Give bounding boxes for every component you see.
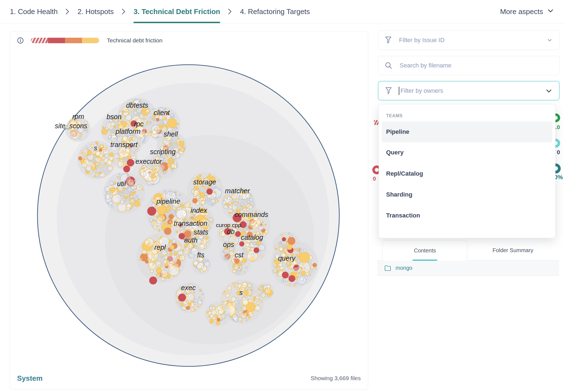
file-bubble[interactable]: [295, 283, 297, 284]
file-bubble[interactable]: [276, 266, 278, 268]
file-bubble[interactable]: [130, 189, 132, 191]
file-bubble[interactable]: [71, 135, 73, 137]
issue-id-filter[interactable]: [378, 30, 560, 50]
file-bubble[interactable]: [233, 270, 236, 273]
chevron-down-icon[interactable]: [545, 87, 552, 94]
file-bubble[interactable]: [130, 207, 131, 208]
file-bubble[interactable]: [114, 126, 116, 128]
file-bubble[interactable]: [199, 175, 201, 177]
cluster-label[interactable]: rpc: [134, 120, 144, 128]
file-bubble[interactable]: [199, 297, 200, 298]
breadcrumb-item-refactoring-targets[interactable]: 4. Refactoring Targets: [240, 7, 310, 16]
file-bubble[interactable]: [214, 192, 215, 193]
file-bubble[interactable]: [128, 156, 131, 159]
file-bubble[interactable]: [200, 290, 202, 292]
file-bubble[interactable]: [99, 148, 102, 151]
file-bubble[interactable]: [242, 300, 248, 306]
cluster-label[interactable]: stats: [194, 228, 208, 236]
file-bubble[interactable]: [156, 137, 158, 138]
file-bubble[interactable]: [242, 258, 247, 263]
file-bubble[interactable]: [143, 167, 145, 169]
file-bubble[interactable]: [142, 132, 145, 135]
file-bubble[interactable]: [164, 160, 166, 162]
file-bubble[interactable]: [225, 197, 227, 199]
file-bubble[interactable]: [150, 270, 153, 273]
file-bubble[interactable]: [281, 235, 282, 236]
file-bubble[interactable]: [121, 111, 124, 113]
file-bubble[interactable]: [165, 138, 167, 140]
file-bubble[interactable]: [254, 299, 255, 301]
file-bubble[interactable]: [105, 163, 106, 165]
file-bubble[interactable]: [211, 310, 216, 315]
breadcrumb-item-technical-debt-friction[interactable]: 3. Technical Debt Friction: [134, 7, 220, 16]
file-bubble[interactable]: [171, 160, 172, 162]
file-bubble[interactable]: [147, 122, 148, 124]
file-bubble[interactable]: [151, 174, 156, 179]
file-bubble[interactable]: [237, 268, 240, 271]
file-bubble[interactable]: [215, 186, 216, 188]
file-bubble[interactable]: [242, 282, 247, 288]
file-bubble[interactable]: [136, 195, 138, 197]
file-bubble[interactable]: [182, 249, 184, 251]
file-bubble[interactable]: [126, 207, 130, 210]
issue-id-filter-input[interactable]: [399, 37, 547, 44]
file-bubble[interactable]: [155, 168, 157, 170]
cluster-label[interactable]: ops: [223, 241, 234, 248]
hotspot-dot[interactable]: [254, 247, 259, 253]
file-bubble[interactable]: [173, 275, 175, 277]
file-bubble[interactable]: [259, 295, 260, 296]
file-bubble[interactable]: [127, 175, 128, 177]
file-bubble[interactable]: [200, 193, 205, 197]
file-bubble[interactable]: [155, 236, 158, 238]
file-bubble[interactable]: [139, 114, 144, 119]
file-bubble[interactable]: [238, 301, 240, 303]
file-bubble[interactable]: [105, 150, 106, 151]
file-bubble[interactable]: [98, 156, 99, 158]
file-bubble[interactable]: [261, 290, 262, 292]
file-bubble[interactable]: [96, 151, 100, 156]
file-bubble[interactable]: [150, 218, 153, 222]
file-bubble[interactable]: [142, 166, 143, 167]
file-bubble[interactable]: [111, 205, 113, 207]
file-bubble[interactable]: [109, 129, 110, 130]
file-bubble[interactable]: [289, 284, 291, 286]
cluster-circle[interactable]: [103, 172, 145, 214]
file-bubble[interactable]: [86, 130, 88, 132]
file-bubble[interactable]: [145, 114, 147, 116]
file-bubble[interactable]: [185, 247, 186, 248]
file-bubble[interactable]: [158, 195, 161, 197]
file-bubble[interactable]: [159, 125, 162, 128]
cluster-label[interactable]: catalog: [241, 233, 263, 241]
file-bubble[interactable]: [78, 157, 82, 160]
file-bubble[interactable]: [231, 202, 234, 204]
file-bubble[interactable]: [93, 168, 96, 170]
file-bubble[interactable]: [275, 248, 277, 250]
file-bubble[interactable]: [202, 238, 204, 240]
file-bubble[interactable]: [161, 270, 168, 277]
cluster-label[interactable]: fts: [197, 251, 204, 259]
file-bubble[interactable]: [197, 263, 204, 270]
file-bubble[interactable]: [201, 201, 205, 205]
cluster-label[interactable]: index: [191, 206, 207, 214]
hotspot-dot[interactable]: [127, 159, 134, 166]
tab-folder-summary[interactable]: Folder Summary: [467, 240, 559, 260]
file-bubble[interactable]: [72, 134, 74, 136]
file-bubble[interactable]: [236, 308, 237, 310]
file-bubble[interactable]: [250, 295, 252, 296]
file-bubble[interactable]: [315, 268, 316, 270]
file-bubble[interactable]: [131, 203, 133, 205]
file-bubble[interactable]: [213, 203, 215, 204]
file-bubble[interactable]: [141, 171, 146, 177]
file-bubble[interactable]: [226, 202, 227, 204]
file-bubble[interactable]: [118, 176, 120, 179]
file-bubble[interactable]: [150, 122, 152, 123]
file-bubble[interactable]: [132, 205, 133, 207]
file-bubble[interactable]: [227, 197, 231, 200]
file-bubble[interactable]: [237, 202, 239, 204]
file-bubble[interactable]: [194, 265, 195, 266]
file-bubble[interactable]: [102, 127, 104, 129]
file-bubble[interactable]: [169, 242, 170, 243]
tab-contents[interactable]: Contents: [383, 240, 467, 261]
file-bubble[interactable]: [263, 285, 264, 287]
cluster-label[interactable]: commands: [235, 211, 268, 218]
